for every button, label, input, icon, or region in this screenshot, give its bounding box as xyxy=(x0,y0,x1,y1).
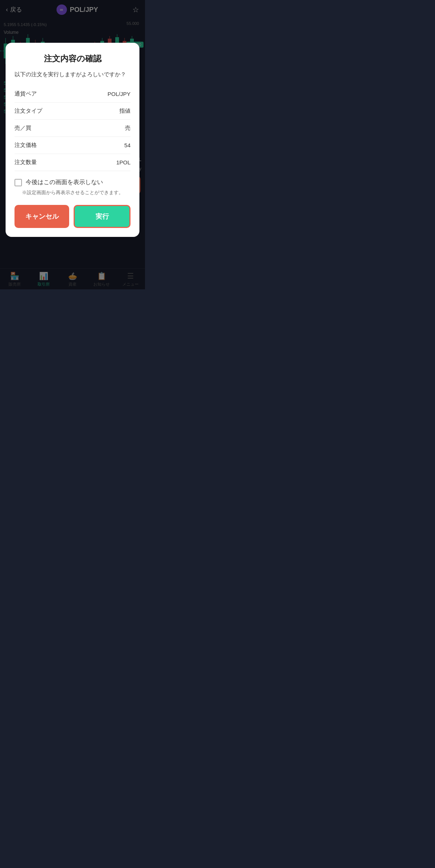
dont-show-label: 今後はこの画面を表示しない xyxy=(26,179,103,186)
dont-show-again-row[interactable]: 今後はこの画面を表示しない xyxy=(14,179,130,186)
dont-show-checkbox[interactable] xyxy=(14,179,22,186)
order-detail-value: 1POL xyxy=(78,154,130,171)
order-detail-label: 注文タイプ xyxy=(14,103,78,120)
modal-title: 注文内容の確認 xyxy=(14,53,130,64)
order-detail-label: 注文数量 xyxy=(14,154,78,171)
order-confirmation-modal: 注文内容の確認 以下の注文を実行しますがよろしいですか？ 通貨ペアPOL/JPY… xyxy=(6,43,139,237)
order-detail-value: 指値 xyxy=(78,103,130,120)
order-detail-row: 注文価格54 xyxy=(14,137,130,154)
modal-subtitle: 以下の注文を実行しますがよろしいですか？ xyxy=(14,71,130,78)
order-detail-label: 売／買 xyxy=(14,120,78,137)
checkbox-note: ※設定画面から再表示させることができます。 xyxy=(14,189,130,196)
order-detail-row: 注文タイプ指値 xyxy=(14,103,130,120)
order-detail-row: 通貨ペアPOL/JPY xyxy=(14,86,130,103)
cancel-button[interactable]: キャンセル xyxy=(14,205,69,228)
execute-button[interactable]: 実行 xyxy=(74,205,130,228)
order-detail-value: POL/JPY xyxy=(78,86,130,103)
order-detail-row: 売／買売 xyxy=(14,120,130,137)
modal-button-row: キャンセル 実行 xyxy=(14,205,130,228)
order-detail-value: 54 xyxy=(78,137,130,154)
modal-overlay: 注文内容の確認 以下の注文を実行しますがよろしいですか？ 通貨ペアPOL/JPY… xyxy=(0,0,145,289)
order-detail-row: 注文数量1POL xyxy=(14,154,130,171)
order-detail-label: 通貨ペア xyxy=(14,86,78,103)
order-details-table: 通貨ペアPOL/JPY注文タイプ指値売／買売注文価格54注文数量1POL xyxy=(14,86,130,171)
order-detail-value: 売 xyxy=(78,120,130,137)
order-detail-label: 注文価格 xyxy=(14,137,78,154)
